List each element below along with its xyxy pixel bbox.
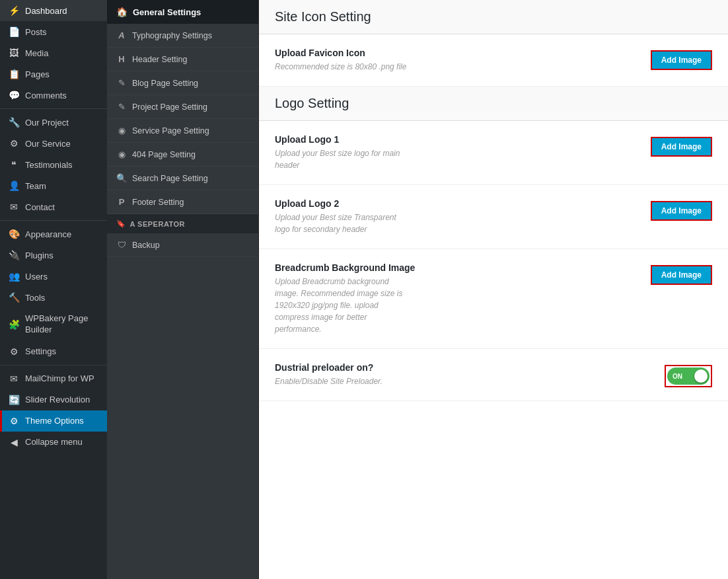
favicon-desc: Recommended size is 80x80 .png file [275,61,407,73]
submenu-item-typography[interactable]: A Typhography Settings [107,24,258,48]
footer-icon: P [116,197,127,207]
testimonials-icon: ❝ [8,159,20,170]
preloader-toggle-wrapper: ON [665,365,712,387]
sidebar-item-our-service[interactable]: ⚙ Our Service [0,133,107,154]
site-icon-title: Site Icon Setting [275,9,712,24]
preloader-desc: Enable/Disable Site Preloader. [275,375,407,387]
logo2-desc: Upload your Best size Transparent logo f… [275,212,407,235]
sidebar-item-dashboard[interactable]: ⚡ Dashboard [0,0,107,21]
appearance-icon: 🎨 [8,229,20,239]
logo1-row: Upload Logo 1 Upload your Best size logo… [259,121,728,185]
search-page-icon: 🔍 [116,173,127,183]
sidebar-item-tools[interactable]: 🔨 Tools [0,287,107,308]
breadcrumb-info: Breadcrumb Background Image Upload Bread… [275,262,637,335]
preloader-action: ON [665,362,712,387]
submenu-item-header[interactable]: H Header Setting [107,48,258,71]
header-icon: H [116,54,127,64]
sidebar-item-contact[interactable]: ✉ Contact [0,196,107,217]
comments-icon: 💬 [8,90,20,100]
preloader-info: Dustrial preloader on? Enable/Disable Si… [275,362,651,387]
sidebar-item-pages[interactable]: 📋 Pages [0,63,107,85]
sidebar-item-mailchimp[interactable]: ✉ MailChimp for WP [0,368,107,389]
posts-icon: 📄 [8,26,20,37]
submenu: 🏠 General Settings A Typhography Setting… [107,0,259,579]
collapse-icon: ◀ [8,437,20,447]
wpbakery-icon: 🧩 [8,319,20,330]
preloader-toggle-knob [694,369,708,383]
sidebar-item-team[interactable]: 👤 Team [0,175,107,196]
theme-options-icon: ⚙ [8,416,20,426]
logo2-info: Upload Logo 2 Upload your Best size Tran… [275,198,637,235]
site-icon-section-header: Site Icon Setting [259,0,728,34]
submenu-item-404-page[interactable]: ◉ 404 Page Setting [107,143,258,167]
sidebar-item-our-project[interactable]: 🔧 Our Project [0,112,107,133]
sidebar-item-appearance[interactable]: 🎨 Appearance [0,223,107,245]
breadcrumb-desc: Upload Breadcrumb background image. Reco… [275,276,407,335]
plugins-icon: 🔌 [8,250,20,260]
dashboard-icon: ⚡ [8,5,20,16]
submenu-separator: 🔖 A SEPERATOR [107,214,258,233]
favicon-add-image-button[interactable]: Add Image [651,50,712,70]
submenu-item-backup[interactable]: 🛡 Backup [107,233,258,257]
submenu-item-footer[interactable]: P Footer Setting [107,190,258,214]
sidebar-item-media[interactable]: 🖼 Media [0,42,107,63]
preloader-toggle[interactable]: ON [667,367,710,385]
mailchimp-icon: ✉ [8,373,20,384]
submenu-item-blog-page[interactable]: ✎ Blog Page Setting [107,71,258,95]
project-page-icon: ✎ [116,102,127,112]
our-project-icon: 🔧 [8,117,20,128]
logo-section-header: Logo Setting [259,87,728,121]
breadcrumb-add-image-button[interactable]: Add Image [651,265,712,285]
favicon-action: Add Image [651,48,712,70]
sidebar-item-collapse[interactable]: ◀ Collapse menu [0,432,107,453]
logo1-info: Upload Logo 1 Upload your Best size logo… [275,134,637,171]
logo1-desc: Upload your Best size logo for main head… [275,147,407,171]
sidebar-item-slider-revolution[interactable]: 🔄 Slider Revolution [0,389,107,410]
sidebar-item-testimonials[interactable]: ❝ Testimonials [0,154,107,175]
sidebar-item-settings[interactable]: ⚙ Settings [0,341,107,362]
sidebar-item-comments[interactable]: 💬 Comments [0,85,107,106]
sidebar-item-wpbakery[interactable]: 🧩 WPBakery Page Builder [0,308,107,341]
favicon-label: Upload Favicon Icon [275,48,637,58]
service-page-icon: ◉ [116,126,127,135]
submenu-arrow [253,7,258,17]
sidebar-item-users[interactable]: 👥 Users [0,266,107,287]
sidebar-item-posts[interactable]: 📄 Posts [0,21,107,42]
settings-icon: ⚙ [8,346,20,357]
breadcrumb-action: Add Image [651,262,712,285]
our-service-icon: ⚙ [8,138,20,149]
typography-icon: A [116,30,127,40]
divider-2 [0,220,107,221]
divider-3 [0,365,107,366]
logo1-action: Add Image [651,134,712,157]
preloader-row: Dustrial preloader on? Enable/Disable Si… [259,349,728,401]
logo1-add-image-button[interactable]: Add Image [651,137,712,157]
breadcrumb-row: Breadcrumb Background Image Upload Bread… [259,249,728,349]
favicon-row: Upload Favicon Icon Recommended size is … [259,34,728,87]
404-page-icon: ◉ [116,149,127,159]
home-icon: 🏠 [116,7,127,17]
logo2-label: Upload Logo 2 [275,198,637,209]
slider-revolution-icon: 🔄 [8,395,20,405]
logo2-add-image-button[interactable]: Add Image [651,201,712,221]
contact-icon: ✉ [8,202,20,212]
tools-icon: 🔨 [8,292,20,303]
submenu-header[interactable]: 🏠 General Settings [107,0,258,24]
sidebar-item-plugins[interactable]: 🔌 Plugins [0,245,107,266]
separator-icon: 🔖 [116,219,126,228]
team-icon: 👤 [8,180,20,191]
breadcrumb-label: Breadcrumb Background Image [275,262,637,273]
submenu-item-service-page[interactable]: ◉ Service Page Setting [107,119,258,143]
logo2-row: Upload Logo 2 Upload your Best size Tran… [259,185,728,249]
preloader-label: Dustrial preloader on? [275,362,651,373]
media-icon: 🖼 [8,48,20,58]
submenu-item-search-page[interactable]: 🔍 Search Page Setting [107,167,258,190]
divider-1 [0,108,107,109]
logo2-action: Add Image [651,198,712,221]
sidebar-item-theme-options[interactable]: ⚙ Theme Options [0,410,107,432]
submenu-item-project-page[interactable]: ✎ Project Page Setting [107,95,258,119]
preloader-toggle-label: ON [667,373,682,380]
main-content: Site Icon Setting Upload Favicon Icon Re… [259,0,728,579]
logo-title: Logo Setting [275,96,712,111]
sidebar: ⚡ Dashboard 📄 Posts 🖼 Media 📋 Pages 💬 Co… [0,0,107,579]
